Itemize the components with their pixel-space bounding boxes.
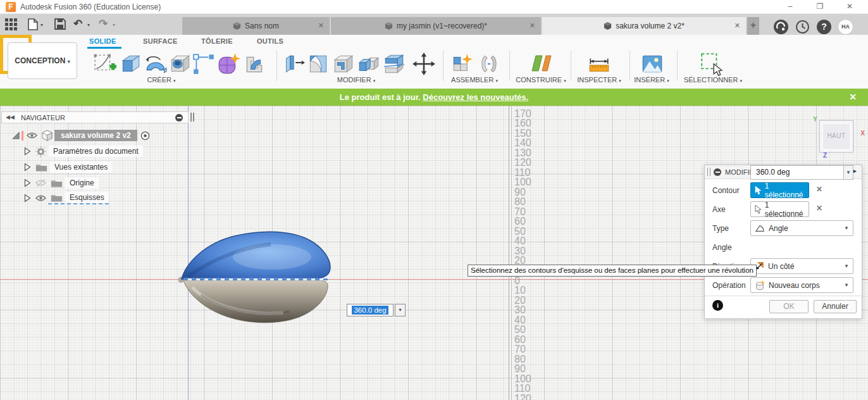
create-sketch-icon[interactable] xyxy=(92,52,116,76)
collapsed-caret-icon[interactable] xyxy=(23,194,32,203)
extrude-icon[interactable] xyxy=(118,52,142,76)
undo-icon[interactable]: ↶ xyxy=(73,17,82,30)
save-icon[interactable] xyxy=(54,18,66,32)
visibility-off-eye-icon[interactable] xyxy=(35,179,46,187)
redo-dropdown-caret-icon[interactable] xyxy=(113,22,115,28)
tree-item-label[interactable]: Origine xyxy=(65,177,99,189)
group-label-selectionner[interactable]: SÉLECTIONNER xyxy=(669,76,757,85)
ok-button[interactable]: OK xyxy=(769,300,809,313)
tab-close-icon[interactable] xyxy=(318,22,324,30)
redo-icon[interactable]: ↷ xyxy=(99,17,108,30)
body-bottom-half[interactable] xyxy=(183,280,328,323)
shell-icon[interactable] xyxy=(332,52,356,76)
angle-value-input[interactable]: 360.0 deg xyxy=(750,165,844,180)
construct-plane-icon[interactable] xyxy=(526,52,556,76)
measure-icon[interactable] xyxy=(587,52,611,76)
notification-close-icon[interactable] xyxy=(849,89,857,106)
close-button[interactable] xyxy=(843,0,857,13)
minimize-button[interactable] xyxy=(783,0,797,13)
joint-icon[interactable] xyxy=(477,52,501,76)
viewcube[interactable]: HAUT Y X Z xyxy=(812,116,865,159)
ribbon-tab-surface[interactable]: SURFACE xyxy=(143,37,178,45)
move-icon[interactable] xyxy=(412,52,436,76)
group-label-inspecter[interactable]: INSPECTER xyxy=(567,76,631,85)
contour-clear-icon[interactable] xyxy=(816,185,826,195)
navigator-item-parametres[interactable]: Paramètres du document xyxy=(23,144,143,158)
extensions-icon[interactable] xyxy=(774,20,788,34)
group-label-creer[interactable]: CRÉER xyxy=(139,76,183,85)
component-cube-icon xyxy=(41,130,53,142)
operation-dropdown[interactable]: Nouveau corps xyxy=(750,277,853,293)
insert-image-icon[interactable] xyxy=(640,52,664,76)
select-icon[interactable] xyxy=(699,52,723,76)
axis-z-label: Z xyxy=(823,152,827,159)
tab-close-icon[interactable] xyxy=(530,22,535,30)
panel-resize-handle[interactable] xyxy=(190,113,194,122)
navigator-item-vues[interactable]: Vues existantes xyxy=(23,160,112,174)
tree-item-label[interactable]: Esquisses xyxy=(65,192,109,203)
expanded-caret-icon[interactable] xyxy=(11,131,20,140)
split-body-icon[interactable] xyxy=(382,52,406,76)
undo-dropdown-caret-icon[interactable] xyxy=(87,22,90,28)
create-form-icon[interactable] xyxy=(216,52,240,76)
visibility-eye-icon[interactable] xyxy=(27,132,37,139)
sweep-icon[interactable] xyxy=(243,52,267,76)
ribbon-tab-solide[interactable]: SOLIDE xyxy=(89,37,116,45)
cancel-button[interactable]: Annuler xyxy=(814,300,857,313)
rectangular-pattern-icon[interactable] xyxy=(192,52,216,76)
axe-selection-button[interactable]: 1 sélectionné xyxy=(750,201,809,217)
navigator-item-origine[interactable]: Origine xyxy=(23,176,99,190)
dialog-collapse-icon[interactable] xyxy=(714,168,721,176)
viewcube-face[interactable]: HAUT xyxy=(819,120,853,153)
whats-new-link[interactable]: Découvrez les nouveautés. xyxy=(423,92,528,102)
new-tab-button[interactable]: + xyxy=(747,17,759,35)
minimize-panel-icon[interactable] xyxy=(175,114,183,122)
file-new-icon[interactable] xyxy=(28,18,38,33)
help-icon[interactable]: ? xyxy=(817,20,831,34)
fillet-icon[interactable] xyxy=(306,52,330,76)
collapsed-caret-icon[interactable] xyxy=(23,163,32,172)
angle-input-field[interactable]: 360.0 deg xyxy=(347,304,394,316)
user-avatar[interactable]: HA xyxy=(838,19,853,35)
angle-expression-arrow-icon[interactable] xyxy=(844,165,853,180)
tab-close-icon[interactable] xyxy=(735,22,740,30)
collapsed-caret-icon[interactable] xyxy=(23,147,32,156)
angle-dropdown-button[interactable] xyxy=(395,304,406,316)
dialog-drag-handle-icon[interactable] xyxy=(707,168,710,176)
direction-dropdown[interactable]: Un côté xyxy=(750,258,853,274)
navigator-item-esquisses[interactable]: Esquisses xyxy=(23,191,109,205)
ribbon-tab-outils[interactable]: OUTILS xyxy=(257,37,283,45)
combine-icon[interactable] xyxy=(357,52,381,76)
new-component-icon[interactable] xyxy=(450,52,474,76)
info-icon[interactable]: i xyxy=(712,300,723,311)
collapse-panel-icon[interactable] xyxy=(6,114,15,120)
activate-component-radio-icon[interactable] xyxy=(140,131,150,141)
app-grid-icon[interactable] xyxy=(5,18,17,33)
press-pull-icon[interactable] xyxy=(281,52,305,76)
tab-sakura-volume[interactable]: sakura volume 2 v2* xyxy=(542,17,746,35)
navigator-root-row[interactable]: sakura volume 2 v2 xyxy=(11,128,150,142)
hole-icon[interactable] xyxy=(168,52,192,76)
file-dropdown-caret-icon[interactable] xyxy=(40,22,43,28)
ribbon-separator xyxy=(276,51,277,81)
group-label-modifier[interactable]: MODIFIER xyxy=(325,76,388,85)
job-status-clock-icon[interactable] xyxy=(795,20,810,34)
tab-sans-nom[interactable]: Sans nom xyxy=(182,17,330,35)
type-dropdown[interactable]: Angle xyxy=(750,220,853,236)
revolved-body-model[interactable] xyxy=(176,229,335,329)
ruler-label: 120 xyxy=(514,393,531,400)
group-label-assembler[interactable]: ASSEMBLER xyxy=(440,76,509,85)
visibility-eye-icon[interactable] xyxy=(35,194,46,202)
axe-clear-icon[interactable] xyxy=(816,204,826,214)
workspace-selector[interactable]: CONCEPTION xyxy=(8,42,77,79)
tree-item-label[interactable]: Paramètres du document xyxy=(49,146,143,157)
maximize-button[interactable] xyxy=(813,0,827,13)
navigator-header[interactable]: NAVIGATEUR xyxy=(1,111,189,123)
tree-item-label[interactable]: Vues existantes xyxy=(50,161,112,173)
root-component-name[interactable]: sakura volume 2 v2 xyxy=(54,130,137,141)
tab-my-jasmin[interactable]: my jasmin (v1~recovered)* xyxy=(331,17,541,35)
ribbon-tab-tolerie[interactable]: TÔLERIE xyxy=(201,37,233,45)
contour-selection-button[interactable]: 1 sélectionné xyxy=(750,182,809,198)
collapsed-caret-icon[interactable] xyxy=(23,178,32,187)
revolve-icon[interactable] xyxy=(144,52,168,76)
